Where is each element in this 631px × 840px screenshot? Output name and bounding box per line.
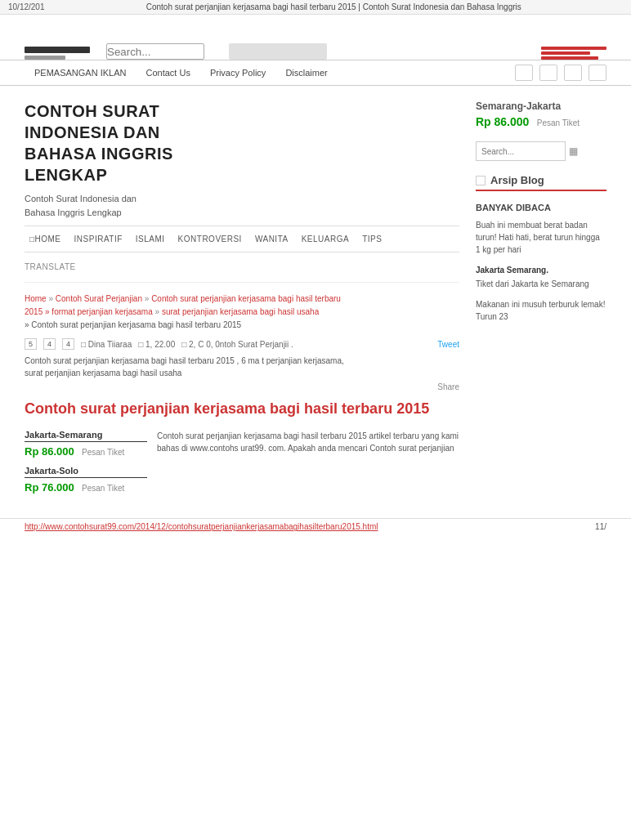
promo-item-1: Jakarta Semarang. Tiket dari Jakarta ke … <box>476 264 606 290</box>
sidebar-ticket-route: Semarang-Jakarta <box>476 101 606 112</box>
post-category: □ 2, C 0, 0ntoh Surat Perjanjii . <box>181 340 293 349</box>
breadcrumb-home[interactable]: Home <box>25 294 47 303</box>
date-label: 10/12/201 <box>8 2 45 11</box>
breadcrumb-usaha[interactable]: surat perjanjian kerjasama bagi hasil us… <box>162 307 319 316</box>
header-banner <box>0 15 631 60</box>
ticket-btn-0[interactable]: Pesan Tiket <box>82 448 124 457</box>
sidebar-ticket-price: Rp 86.000 <box>476 115 529 128</box>
ticket-price-row-0: Rp 86.000 Pesan Tiket <box>25 445 147 458</box>
promo-item-2: Makanan ini musuh terburuk lemak! Turun … <box>476 298 606 323</box>
header-search-input[interactable] <box>106 43 204 60</box>
nav-icon-2[interactable] <box>539 65 557 81</box>
article-title: Contoh surat perjanjian kerjasama bagi h… <box>25 400 459 418</box>
ticket-item-1: Jakarta-Solo Rp 76.000 Pesan Tiket <box>25 466 147 494</box>
ticket-price-0: Rp 86.000 <box>25 445 74 458</box>
breadcrumb-surat-perjanjian[interactable]: Contoh Surat Perjanjian <box>56 294 142 303</box>
translate-row: TRANSLATE <box>25 257 459 283</box>
left-content: CONTOH SURAT INDONESIA DAN BAHASA INGGRI… <box>25 86 459 502</box>
post-description: Contoh surat perjanjian kerjasama bagi h… <box>25 355 459 379</box>
post-date: □ 1, 22.00 <box>138 340 175 349</box>
banner-line-3 <box>541 56 598 60</box>
bottom-url[interactable]: http://www.contohsurat99.com/2014/12/con… <box>25 522 378 531</box>
page-number: 11/ <box>595 522 606 531</box>
arsip-section: Arsip Blog <box>476 174 606 191</box>
logo <box>25 47 90 60</box>
nav-bar: PEMASANGAN IKLAN Contact Us Privacy Poli… <box>0 60 631 86</box>
share-row: Share <box>25 382 459 391</box>
logo-line1 <box>25 47 90 53</box>
post-meta: 5 4 4 □ Dina Tiiaraa □ 1, 22.00 □ 2, C 0… <box>25 338 459 350</box>
menu-inspiratif[interactable]: INSPIRATIF <box>69 233 128 245</box>
header-right-banner <box>541 47 606 60</box>
menu-keluarga[interactable]: KELUARGA <box>297 233 354 245</box>
sidebar-search-input[interactable] <box>476 141 566 161</box>
banner-decoration <box>541 47 606 60</box>
right-sidebar: Semarang-Jakarta Rp 86.000 Pesan Tiket ▦… <box>476 86 606 502</box>
translate-label[interactable]: TRANSLATE <box>25 262 76 271</box>
nav-item-iklan[interactable]: PEMASANGAN IKLAN <box>25 60 136 85</box>
nav-item-privacy[interactable]: Privacy Policy <box>200 60 275 85</box>
sidebar-ticket: Semarang-Jakarta Rp 86.000 Pesan Tiket <box>476 101 606 128</box>
post-author: □ Dina Tiiaraa <box>81 340 132 349</box>
ticket-item-0: Jakarta-Semarang Rp 86.000 Pesan Tiket <box>25 430 147 458</box>
main-menu: □HOME INSPIRATIF ISLAMI KONTROVERSI WANI… <box>25 226 459 252</box>
site-title-heading: CONTOH SURAT INDONESIA DAN BAHASA INGGRI… <box>25 101 459 185</box>
ticket-btn-1[interactable]: Pesan Tiket <box>82 484 124 493</box>
breadcrumb-2015[interactable]: 2015 » format perjanjian kerjasama <box>25 307 153 316</box>
ticket-price-1: Rp 76.000 <box>25 481 74 494</box>
main-layout: CONTOH SURAT INDONESIA DAN BAHASA INGGRI… <box>0 86 631 502</box>
nav-icon-3[interactable] <box>564 65 582 81</box>
site-title-block: CONTOH SURAT INDONESIA DAN BAHASA INGGRI… <box>25 86 459 226</box>
arsip-header: Arsip Blog <box>476 174 606 191</box>
banyak-dibaca-title: BANYAK DIBACA <box>476 203 606 212</box>
arsip-title: Arsip Blog <box>490 174 544 186</box>
count-1: 5 <box>25 338 37 350</box>
ticket-route-1: Jakarta-Solo <box>25 466 147 478</box>
banyak-dibaca-section: BANYAK DIBACA Buah ini membuat berat bad… <box>476 203 606 323</box>
menu-kontroversi[interactable]: KONTROVERSI <box>173 233 247 245</box>
search-icon[interactable]: ▦ <box>569 145 578 157</box>
header-ad-bar <box>229 43 327 60</box>
tweet-button[interactable]: Tweet <box>437 340 459 349</box>
ticket-widget: Jakarta-Semarang Rp 86.000 Pesan Tiket J… <box>25 430 147 502</box>
breadcrumb: Home » Contoh Surat Perjanjian » Contoh … <box>25 293 459 332</box>
breadcrumb-last: » Contoh surat perjanjian kerjasama bagi… <box>25 320 241 329</box>
nav-icon-1[interactable] <box>515 65 533 81</box>
breadcrumb-kerjasama[interactable]: Contoh surat perjanjian kerjasama bagi h… <box>151 294 341 303</box>
ticket-route-0: Jakarta-Semarang <box>25 430 147 442</box>
count-3: 4 <box>62 338 74 350</box>
menu-wanita[interactable]: WANITA <box>250 233 293 245</box>
menu-islami[interactable]: ISLAMI <box>131 233 170 245</box>
sidebar-ticket-btn[interactable]: Pesan Tiket <box>537 118 580 127</box>
site-subtitle: Contoh Surat Indonesia dan Bahasa Inggri… <box>25 192 459 219</box>
nav-icon-4[interactable] <box>588 65 606 81</box>
nav-icons <box>515 65 606 81</box>
page-title: Contoh surat perjanjian kerjasama bagi h… <box>45 2 624 11</box>
promo-item-0: Buah ini membuat berat badan turun! Hati… <box>476 219 606 256</box>
banner-line-2 <box>541 51 590 55</box>
nav-item-disclaimer[interactable]: Disclaimer <box>275 60 337 85</box>
banner-line-1 <box>541 47 606 50</box>
ticket-price-row-1: Rp 76.000 Pesan Tiket <box>25 481 147 494</box>
arsip-checkbox-icon <box>476 176 486 185</box>
article-text: Contoh surat perjanjian kerjasama bagi h… <box>157 430 459 502</box>
menu-home[interactable]: □HOME <box>25 233 66 245</box>
menu-tips[interactable]: TIPS <box>357 233 387 245</box>
promo-route-1: Jakarta Semarang. <box>476 264 606 276</box>
count-2: 4 <box>43 338 56 350</box>
nav-item-contact[interactable]: Contact Us <box>136 60 199 85</box>
logo-line2 <box>25 56 65 60</box>
top-bar: 10/12/201 Contoh surat perjanjian kerjas… <box>0 0 631 15</box>
bottom-bar: http://www.contohsurat99.com/2014/12/con… <box>0 518 631 534</box>
sidebar-search: ▦ <box>476 141 606 161</box>
article-body: Jakarta-Semarang Rp 86.000 Pesan Tiket J… <box>25 430 459 502</box>
